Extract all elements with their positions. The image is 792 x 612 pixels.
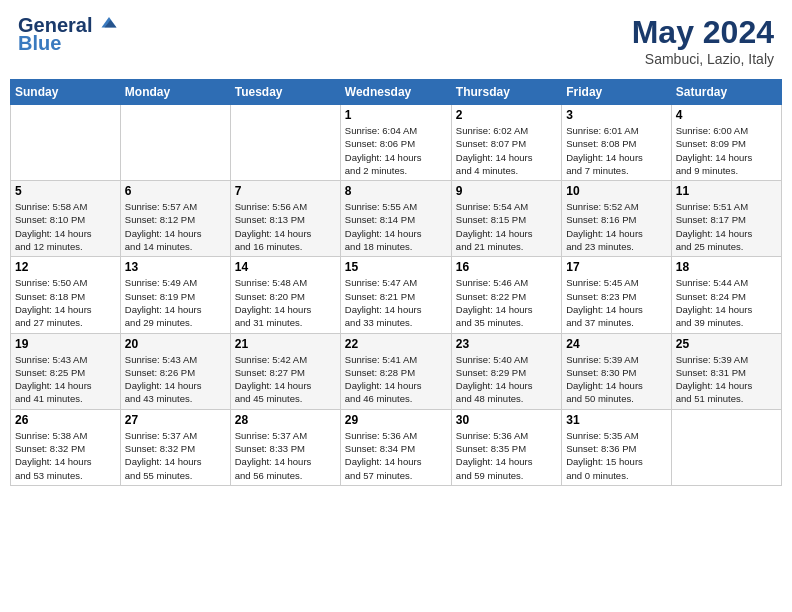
day-info: Sunrise: 5:42 AMSunset: 8:27 PMDaylight:… [235,353,336,406]
calendar-cell: 8Sunrise: 5:55 AMSunset: 8:14 PMDaylight… [340,181,451,257]
day-number: 6 [125,184,226,198]
calendar-cell: 1Sunrise: 6:04 AMSunset: 8:06 PMDaylight… [340,105,451,181]
col-header-sunday: Sunday [11,80,121,105]
calendar-cell: 15Sunrise: 5:47 AMSunset: 8:21 PMDayligh… [340,257,451,333]
day-info: Sunrise: 5:43 AMSunset: 8:25 PMDaylight:… [15,353,116,406]
calendar-cell: 12Sunrise: 5:50 AMSunset: 8:18 PMDayligh… [11,257,121,333]
calendar-cell: 10Sunrise: 5:52 AMSunset: 8:16 PMDayligh… [562,181,671,257]
day-info: Sunrise: 5:48 AMSunset: 8:20 PMDaylight:… [235,276,336,329]
day-number: 29 [345,413,447,427]
day-info: Sunrise: 5:49 AMSunset: 8:19 PMDaylight:… [125,276,226,329]
day-info: Sunrise: 6:01 AMSunset: 8:08 PMDaylight:… [566,124,666,177]
day-info: Sunrise: 5:55 AMSunset: 8:14 PMDaylight:… [345,200,447,253]
day-info: Sunrise: 5:35 AMSunset: 8:36 PMDaylight:… [566,429,666,482]
day-number: 12 [15,260,116,274]
day-info: Sunrise: 5:36 AMSunset: 8:34 PMDaylight:… [345,429,447,482]
day-info: Sunrise: 5:39 AMSunset: 8:31 PMDaylight:… [676,353,777,406]
calendar-cell: 6Sunrise: 5:57 AMSunset: 8:12 PMDaylight… [120,181,230,257]
calendar-cell: 21Sunrise: 5:42 AMSunset: 8:27 PMDayligh… [230,333,340,409]
day-info: Sunrise: 5:36 AMSunset: 8:35 PMDaylight:… [456,429,557,482]
day-number: 3 [566,108,666,122]
day-info: Sunrise: 6:04 AMSunset: 8:06 PMDaylight:… [345,124,447,177]
calendar-cell: 31Sunrise: 5:35 AMSunset: 8:36 PMDayligh… [562,409,671,485]
day-number: 27 [125,413,226,427]
col-header-wednesday: Wednesday [340,80,451,105]
month-title: May 2024 [632,14,774,51]
day-number: 10 [566,184,666,198]
calendar-cell: 26Sunrise: 5:38 AMSunset: 8:32 PMDayligh… [11,409,121,485]
day-number: 11 [676,184,777,198]
day-info: Sunrise: 5:47 AMSunset: 8:21 PMDaylight:… [345,276,447,329]
day-info: Sunrise: 5:46 AMSunset: 8:22 PMDaylight:… [456,276,557,329]
calendar-cell: 3Sunrise: 6:01 AMSunset: 8:08 PMDaylight… [562,105,671,181]
day-number: 18 [676,260,777,274]
calendar-cell: 9Sunrise: 5:54 AMSunset: 8:15 PMDaylight… [451,181,561,257]
calendar-cell: 19Sunrise: 5:43 AMSunset: 8:25 PMDayligh… [11,333,121,409]
day-number: 24 [566,337,666,351]
day-info: Sunrise: 5:40 AMSunset: 8:29 PMDaylight:… [456,353,557,406]
calendar-cell [11,105,121,181]
day-number: 23 [456,337,557,351]
col-header-monday: Monday [120,80,230,105]
day-number: 9 [456,184,557,198]
calendar-table: SundayMondayTuesdayWednesdayThursdayFrid… [10,79,782,486]
col-header-friday: Friday [562,80,671,105]
day-info: Sunrise: 5:41 AMSunset: 8:28 PMDaylight:… [345,353,447,406]
day-number: 30 [456,413,557,427]
calendar-cell: 17Sunrise: 5:45 AMSunset: 8:23 PMDayligh… [562,257,671,333]
day-number: 31 [566,413,666,427]
day-number: 17 [566,260,666,274]
calendar-cell: 7Sunrise: 5:56 AMSunset: 8:13 PMDaylight… [230,181,340,257]
calendar-cell: 30Sunrise: 5:36 AMSunset: 8:35 PMDayligh… [451,409,561,485]
calendar-cell: 14Sunrise: 5:48 AMSunset: 8:20 PMDayligh… [230,257,340,333]
calendar-cell: 11Sunrise: 5:51 AMSunset: 8:17 PMDayligh… [671,181,781,257]
day-info: Sunrise: 5:37 AMSunset: 8:33 PMDaylight:… [235,429,336,482]
day-number: 21 [235,337,336,351]
day-number: 1 [345,108,447,122]
col-header-tuesday: Tuesday [230,80,340,105]
calendar-cell [671,409,781,485]
day-number: 15 [345,260,447,274]
day-info: Sunrise: 5:57 AMSunset: 8:12 PMDaylight:… [125,200,226,253]
day-info: Sunrise: 5:43 AMSunset: 8:26 PMDaylight:… [125,353,226,406]
calendar-cell: 23Sunrise: 5:40 AMSunset: 8:29 PMDayligh… [451,333,561,409]
calendar-cell: 29Sunrise: 5:36 AMSunset: 8:34 PMDayligh… [340,409,451,485]
col-header-saturday: Saturday [671,80,781,105]
day-number: 5 [15,184,116,198]
day-info: Sunrise: 6:02 AMSunset: 8:07 PMDaylight:… [456,124,557,177]
day-info: Sunrise: 5:52 AMSunset: 8:16 PMDaylight:… [566,200,666,253]
day-number: 28 [235,413,336,427]
calendar-cell: 4Sunrise: 6:00 AMSunset: 8:09 PMDaylight… [671,105,781,181]
calendar-cell: 27Sunrise: 5:37 AMSunset: 8:32 PMDayligh… [120,409,230,485]
day-number: 25 [676,337,777,351]
day-info: Sunrise: 6:00 AMSunset: 8:09 PMDaylight:… [676,124,777,177]
logo: General Blue [18,14,118,55]
day-info: Sunrise: 5:58 AMSunset: 8:10 PMDaylight:… [15,200,116,253]
day-number: 13 [125,260,226,274]
day-number: 7 [235,184,336,198]
day-number: 2 [456,108,557,122]
page-header: General Blue May 2024 Sambuci, Lazio, It… [10,10,782,71]
day-info: Sunrise: 5:44 AMSunset: 8:24 PMDaylight:… [676,276,777,329]
day-info: Sunrise: 5:54 AMSunset: 8:15 PMDaylight:… [456,200,557,253]
calendar-cell: 24Sunrise: 5:39 AMSunset: 8:30 PMDayligh… [562,333,671,409]
day-number: 19 [15,337,116,351]
calendar-cell: 16Sunrise: 5:46 AMSunset: 8:22 PMDayligh… [451,257,561,333]
day-info: Sunrise: 5:50 AMSunset: 8:18 PMDaylight:… [15,276,116,329]
day-info: Sunrise: 5:45 AMSunset: 8:23 PMDaylight:… [566,276,666,329]
day-info: Sunrise: 5:38 AMSunset: 8:32 PMDaylight:… [15,429,116,482]
day-info: Sunrise: 5:37 AMSunset: 8:32 PMDaylight:… [125,429,226,482]
calendar-cell [230,105,340,181]
day-info: Sunrise: 5:39 AMSunset: 8:30 PMDaylight:… [566,353,666,406]
calendar-cell: 13Sunrise: 5:49 AMSunset: 8:19 PMDayligh… [120,257,230,333]
calendar-cell: 20Sunrise: 5:43 AMSunset: 8:26 PMDayligh… [120,333,230,409]
calendar-cell: 2Sunrise: 6:02 AMSunset: 8:07 PMDaylight… [451,105,561,181]
day-number: 14 [235,260,336,274]
calendar-cell: 22Sunrise: 5:41 AMSunset: 8:28 PMDayligh… [340,333,451,409]
day-number: 22 [345,337,447,351]
calendar-cell: 28Sunrise: 5:37 AMSunset: 8:33 PMDayligh… [230,409,340,485]
day-number: 20 [125,337,226,351]
location: Sambuci, Lazio, Italy [632,51,774,67]
day-number: 4 [676,108,777,122]
day-number: 26 [15,413,116,427]
